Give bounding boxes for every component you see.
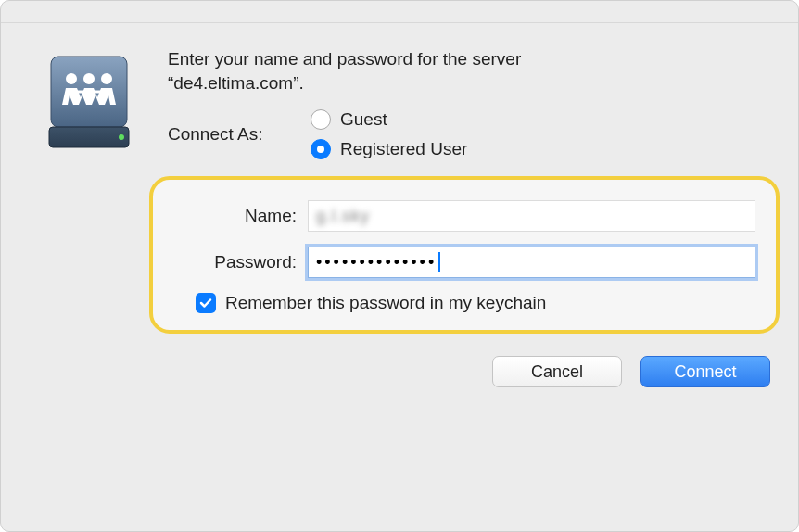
svg-rect-1 <box>49 127 129 147</box>
name-row: Name: g.l.sky <box>173 200 755 232</box>
svg-point-3 <box>66 73 77 84</box>
radio-registered-label: Registered User <box>340 139 467 159</box>
prompt-line1: Enter your name and password for the ser… <box>168 49 521 69</box>
prompt-line2: “de4.eltima.com”. <box>168 73 304 93</box>
password-input[interactable]: •••••••••••••• <box>308 247 755 278</box>
radio-guest[interactable]: Guest <box>311 109 467 130</box>
radio-guest-button[interactable] <box>311 109 331 130</box>
connect-as-radio-group: Guest Registered User <box>311 109 467 159</box>
main-column: Enter your name and password for the ser… <box>168 47 780 387</box>
svg-point-4 <box>83 73 95 84</box>
svg-point-2 <box>119 134 124 140</box>
icon-column <box>38 47 149 387</box>
name-value: g.l.sky <box>316 207 370 226</box>
remember-row[interactable]: Remember this password in my keychain <box>196 293 755 313</box>
name-label: Name: <box>173 206 308 226</box>
titlebar <box>1 1 798 23</box>
remember-label: Remember this password in my keychain <box>225 293 546 313</box>
svg-point-5 <box>101 73 112 84</box>
network-server-icon <box>38 51 140 153</box>
cancel-button-label: Cancel <box>531 362 583 382</box>
cancel-button[interactable]: Cancel <box>492 356 622 387</box>
connect-as-label: Connect As: <box>168 124 307 145</box>
password-label: Password: <box>173 252 308 272</box>
connect-button-label: Connect <box>674 362 736 382</box>
auth-dialog: Enter your name and password for the ser… <box>0 0 799 532</box>
dialog-content: Enter your name and password for the ser… <box>1 23 798 406</box>
radio-registered-user[interactable]: Registered User <box>311 139 467 159</box>
password-mask: •••••••••••••• <box>316 253 437 272</box>
connect-button[interactable]: Connect <box>640 356 770 387</box>
radio-guest-label: Guest <box>340 109 387 130</box>
credentials-highlight: Name: g.l.sky Password: •••••••••••••• <box>149 176 780 334</box>
text-caret <box>438 252 440 272</box>
remember-checkbox[interactable] <box>196 293 216 313</box>
password-row: Password: •••••••••••••• <box>173 247 755 278</box>
button-row: Cancel Connect <box>168 356 780 387</box>
prompt-text: Enter your name and password for the ser… <box>168 47 780 95</box>
radio-registered-button[interactable] <box>311 139 331 159</box>
connect-as-row: Connect As: Guest Registered User <box>168 109 780 159</box>
name-input[interactable]: g.l.sky <box>308 200 755 232</box>
checkmark-icon <box>198 296 213 310</box>
